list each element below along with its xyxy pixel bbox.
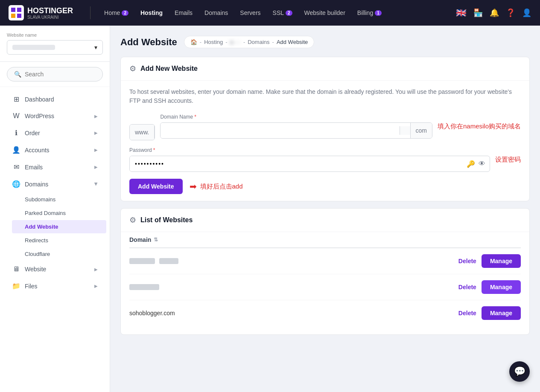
domain-name-input-wrap[interactable]: com [160, 122, 432, 139]
sidebar-item-accounts[interactable]: 👤 Accounts ▶ [3, 142, 106, 158]
sidebar-item-files[interactable]: 📁 Files ▶ [3, 278, 106, 294]
sidebar-item-label: WordPress [25, 113, 54, 119]
expand-arrow-icon: ▶ [94, 114, 98, 119]
add-website-card-body: To host several websites, enter your dom… [121, 81, 529, 201]
user-account-icon[interactable]: 👤 [522, 8, 531, 17]
expand-arrow-icon: ▶ [94, 165, 98, 169]
logo-text: HOSTINGER [27, 6, 73, 15]
add-website-btn-group: Add Website ➡ 填好后点击add [129, 179, 521, 194]
table-row: sohoblogger.com Delete Manage [129, 300, 521, 326]
websites-table: Domain ⇅ Delete Manage [121, 232, 529, 334]
col-domain-header[interactable]: Domain ⇅ [129, 236, 521, 243]
nav-icons: 🇬🇧 🏪 🔔 ❓ 👤 [456, 8, 531, 18]
domain-form-row: www. Domain Name * com [129, 114, 521, 140]
password-annotation-text: 设置密码 [495, 156, 521, 164]
sidebar-search-area: 🔍 [0, 62, 110, 87]
help-icon[interactable]: ❓ [506, 8, 515, 17]
breadcrumb-account[interactable]: a····· [230, 39, 241, 45]
website-icon: 🖥 [12, 265, 20, 273]
expand-arrow-icon: ▶ [94, 284, 98, 288]
domain-suffix [400, 126, 410, 135]
domain-blur-2 [159, 258, 178, 264]
sidebar-item-domains[interactable]: 🌐 Domains ▶ [3, 176, 106, 192]
breadcrumb-hosting[interactable]: Hosting [204, 39, 223, 45]
delete-button[interactable]: Delete [458, 258, 476, 264]
nav-servers[interactable]: Servers [235, 7, 266, 19]
nav-links: Home 2 Hosting Emails Domains Servers SS… [99, 7, 452, 19]
expand-arrow-icon: ▶ [94, 148, 98, 152]
sidebar-item-emails[interactable]: ✉ Emails ▶ [3, 159, 106, 175]
password-label: Password [129, 147, 152, 153]
breadcrumb-domains[interactable]: Domains [248, 39, 269, 45]
chevron-down-icon: ▾ [94, 44, 97, 51]
nav-domains[interactable]: Domains [199, 7, 233, 19]
svg-rect-0 [9, 5, 24, 20]
store-icon[interactable]: 🏪 [473, 8, 483, 17]
add-website-button[interactable]: Add Website [129, 179, 183, 194]
sidebar-item-label: Dashboard [25, 96, 54, 103]
sidebar-subitem-subdomains[interactable]: Subdomains [12, 193, 106, 206]
sort-icon[interactable]: ⇅ [154, 237, 158, 243]
website-select-box[interactable]: ▾ [7, 40, 103, 55]
language-flag-icon[interactable]: 🇬🇧 [456, 8, 467, 18]
sidebar-item-label: Website [25, 266, 46, 273]
svg-rect-3 [11, 14, 15, 18]
row-actions: Delete Manage [458, 254, 521, 268]
notification-bell-icon[interactable]: 🔔 [490, 8, 499, 17]
sidebar-item-label: Files [25, 283, 38, 290]
sidebar-item-website[interactable]: 🖥 Website ▶ [3, 261, 106, 277]
generate-password-button[interactable]: 🔑 [467, 160, 475, 168]
manage-button[interactable]: Manage [482, 306, 521, 320]
password-annotation: 设置密码 [495, 147, 521, 164]
search-input[interactable] [25, 71, 96, 78]
dashboard-icon: ⊞ [12, 95, 20, 103]
sidebar-item-order[interactable]: ℹ Order ▶ [3, 125, 106, 141]
delete-button[interactable]: Delete [458, 310, 476, 317]
sidebar-item-dashboard[interactable]: ⊞ Dashboard [3, 91, 106, 107]
delete-button[interactable]: Delete [458, 284, 476, 290]
www-prefix: www. [130, 125, 155, 140]
add-website-annotation-text: 填好后点击add [200, 183, 243, 191]
manage-button[interactable]: Manage [482, 254, 521, 268]
sidebar-subitem-redirects[interactable]: Redirects [12, 234, 106, 247]
sidebar-subitem-add-website[interactable]: Add Website [12, 220, 106, 233]
sidebar-item-label: Domains [25, 181, 48, 188]
www-input[interactable]: www. [129, 124, 155, 140]
sidebar: Website name ▾ 🔍 ⊞ Dashboard W WordPress… [0, 26, 110, 392]
expand-arrow-icon: ▶ [94, 267, 98, 272]
sidebar-item-label: Order [25, 130, 40, 136]
nav-emails[interactable]: Emails [169, 7, 198, 19]
search-box[interactable]: 🔍 [7, 67, 103, 81]
show-password-button[interactable]: 👁 [479, 160, 485, 168]
nav-billing[interactable]: Billing 1 [352, 7, 387, 19]
password-input-wrap[interactable]: 🔑 👁 [129, 156, 490, 172]
sidebar-item-wordpress[interactable]: W WordPress ▶ [3, 108, 106, 124]
breadcrumb-home-icon[interactable]: 🏠 [190, 39, 197, 45]
list-websites-title: List of Websites [140, 216, 193, 224]
emails-icon: ✉ [12, 163, 20, 171]
search-icon: 🔍 [14, 71, 21, 78]
domain-annotation-text: 填入你在namesilo购买的域名 [438, 122, 521, 131]
nav-home[interactable]: Home 2 [99, 7, 134, 19]
sidebar-subitem-parked-domains[interactable]: Parked Domains [12, 206, 106, 220]
add-website-card: ⚙ Add New Website To host several websit… [120, 57, 530, 201]
logo[interactable]: HOSTINGER SLAVA UKRAINI [9, 5, 73, 20]
files-icon: 📁 [12, 282, 20, 290]
password-input[interactable] [130, 156, 462, 171]
sidebar-subitem-cloudflare[interactable]: Cloudflare [12, 247, 106, 261]
nav-ssl[interactable]: SSL 2 [268, 7, 298, 19]
chat-bubble-button[interactable]: 💬 [509, 361, 530, 382]
domain-col-label: Domain [129, 236, 151, 243]
manage-button[interactable]: Manage [482, 280, 521, 294]
nav-website-builder[interactable]: Website builder [299, 7, 350, 19]
svg-rect-4 [17, 14, 21, 18]
row-actions: Delete Manage [458, 280, 521, 294]
nav-hosting[interactable]: Hosting [135, 7, 168, 19]
website-selector[interactable]: Website name ▾ [0, 26, 110, 62]
add-website-card-header: ⚙ Add New Website [121, 57, 529, 81]
add-website-description: To host several websites, enter your dom… [129, 87, 521, 105]
domain-value: sohoblogger.com [129, 310, 458, 317]
order-icon: ℹ [12, 129, 20, 137]
topnav: HOSTINGER SLAVA UKRAINI Home 2 Hosting E… [0, 0, 540, 26]
domain-name-input[interactable] [161, 123, 399, 138]
